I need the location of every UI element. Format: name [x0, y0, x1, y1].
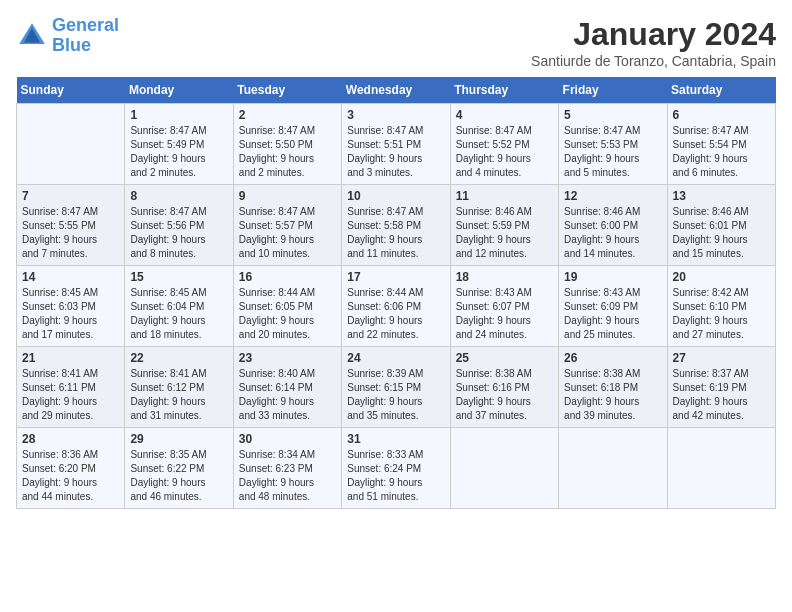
- day-cell: 26Sunrise: 8:38 AM Sunset: 6:18 PM Dayli…: [559, 347, 667, 428]
- day-cell: 21Sunrise: 8:41 AM Sunset: 6:11 PM Dayli…: [17, 347, 125, 428]
- day-info: Sunrise: 8:47 AM Sunset: 5:56 PM Dayligh…: [130, 205, 227, 261]
- day-cell: 12Sunrise: 8:46 AM Sunset: 6:00 PM Dayli…: [559, 185, 667, 266]
- weekday-header-thursday: Thursday: [450, 77, 558, 104]
- day-number: 14: [22, 270, 119, 284]
- day-info: Sunrise: 8:47 AM Sunset: 5:52 PM Dayligh…: [456, 124, 553, 180]
- day-number: 20: [673, 270, 770, 284]
- day-cell: 28Sunrise: 8:36 AM Sunset: 6:20 PM Dayli…: [17, 428, 125, 509]
- day-number: 30: [239, 432, 336, 446]
- day-info: Sunrise: 8:37 AM Sunset: 6:19 PM Dayligh…: [673, 367, 770, 423]
- day-number: 10: [347, 189, 444, 203]
- day-number: 3: [347, 108, 444, 122]
- day-cell: 22Sunrise: 8:41 AM Sunset: 6:12 PM Dayli…: [125, 347, 233, 428]
- day-cell: 8Sunrise: 8:47 AM Sunset: 5:56 PM Daylig…: [125, 185, 233, 266]
- day-info: Sunrise: 8:47 AM Sunset: 5:50 PM Dayligh…: [239, 124, 336, 180]
- day-number: 28: [22, 432, 119, 446]
- weekday-header-row: SundayMondayTuesdayWednesdayThursdayFrid…: [17, 77, 776, 104]
- day-info: Sunrise: 8:44 AM Sunset: 6:05 PM Dayligh…: [239, 286, 336, 342]
- day-number: 18: [456, 270, 553, 284]
- day-info: Sunrise: 8:46 AM Sunset: 5:59 PM Dayligh…: [456, 205, 553, 261]
- logo-icon: [16, 20, 48, 52]
- day-info: Sunrise: 8:43 AM Sunset: 6:09 PM Dayligh…: [564, 286, 661, 342]
- day-cell: 14Sunrise: 8:45 AM Sunset: 6:03 PM Dayli…: [17, 266, 125, 347]
- day-cell: 29Sunrise: 8:35 AM Sunset: 6:22 PM Dayli…: [125, 428, 233, 509]
- day-cell: 27Sunrise: 8:37 AM Sunset: 6:19 PM Dayli…: [667, 347, 775, 428]
- day-cell: 17Sunrise: 8:44 AM Sunset: 6:06 PM Dayli…: [342, 266, 450, 347]
- day-number: 22: [130, 351, 227, 365]
- day-number: 12: [564, 189, 661, 203]
- day-number: 31: [347, 432, 444, 446]
- day-cell: 15Sunrise: 8:45 AM Sunset: 6:04 PM Dayli…: [125, 266, 233, 347]
- day-number: 25: [456, 351, 553, 365]
- day-info: Sunrise: 8:46 AM Sunset: 6:00 PM Dayligh…: [564, 205, 661, 261]
- day-cell: 4Sunrise: 8:47 AM Sunset: 5:52 PM Daylig…: [450, 104, 558, 185]
- day-cell: 3Sunrise: 8:47 AM Sunset: 5:51 PM Daylig…: [342, 104, 450, 185]
- weekday-header-tuesday: Tuesday: [233, 77, 341, 104]
- day-cell: [559, 428, 667, 509]
- day-number: 4: [456, 108, 553, 122]
- logo-line1: General: [52, 15, 119, 35]
- day-info: Sunrise: 8:47 AM Sunset: 5:49 PM Dayligh…: [130, 124, 227, 180]
- day-number: 26: [564, 351, 661, 365]
- day-cell: [450, 428, 558, 509]
- location: Santiurde de Toranzo, Cantabria, Spain: [531, 53, 776, 69]
- day-number: 13: [673, 189, 770, 203]
- day-number: 19: [564, 270, 661, 284]
- day-info: Sunrise: 8:36 AM Sunset: 6:20 PM Dayligh…: [22, 448, 119, 504]
- day-info: Sunrise: 8:38 AM Sunset: 6:18 PM Dayligh…: [564, 367, 661, 423]
- week-row-2: 7Sunrise: 8:47 AM Sunset: 5:55 PM Daylig…: [17, 185, 776, 266]
- weekday-header-wednesday: Wednesday: [342, 77, 450, 104]
- day-cell: 2Sunrise: 8:47 AM Sunset: 5:50 PM Daylig…: [233, 104, 341, 185]
- weekday-header-saturday: Saturday: [667, 77, 775, 104]
- day-cell: 19Sunrise: 8:43 AM Sunset: 6:09 PM Dayli…: [559, 266, 667, 347]
- logo: General Blue: [16, 16, 119, 56]
- day-number: 15: [130, 270, 227, 284]
- title-block: January 2024 Santiurde de Toranzo, Canta…: [531, 16, 776, 69]
- month-title: January 2024: [531, 16, 776, 53]
- day-number: 17: [347, 270, 444, 284]
- day-number: 6: [673, 108, 770, 122]
- weekday-header-monday: Monday: [125, 77, 233, 104]
- day-info: Sunrise: 8:41 AM Sunset: 6:11 PM Dayligh…: [22, 367, 119, 423]
- day-info: Sunrise: 8:43 AM Sunset: 6:07 PM Dayligh…: [456, 286, 553, 342]
- week-row-3: 14Sunrise: 8:45 AM Sunset: 6:03 PM Dayli…: [17, 266, 776, 347]
- day-number: 5: [564, 108, 661, 122]
- week-row-1: 1Sunrise: 8:47 AM Sunset: 5:49 PM Daylig…: [17, 104, 776, 185]
- day-cell: 23Sunrise: 8:40 AM Sunset: 6:14 PM Dayli…: [233, 347, 341, 428]
- day-number: 2: [239, 108, 336, 122]
- day-number: 23: [239, 351, 336, 365]
- day-info: Sunrise: 8:39 AM Sunset: 6:15 PM Dayligh…: [347, 367, 444, 423]
- day-info: Sunrise: 8:41 AM Sunset: 6:12 PM Dayligh…: [130, 367, 227, 423]
- day-number: 27: [673, 351, 770, 365]
- day-cell: 10Sunrise: 8:47 AM Sunset: 5:58 PM Dayli…: [342, 185, 450, 266]
- day-info: Sunrise: 8:35 AM Sunset: 6:22 PM Dayligh…: [130, 448, 227, 504]
- day-info: Sunrise: 8:47 AM Sunset: 5:57 PM Dayligh…: [239, 205, 336, 261]
- day-info: Sunrise: 8:47 AM Sunset: 5:55 PM Dayligh…: [22, 205, 119, 261]
- day-info: Sunrise: 8:44 AM Sunset: 6:06 PM Dayligh…: [347, 286, 444, 342]
- day-info: Sunrise: 8:42 AM Sunset: 6:10 PM Dayligh…: [673, 286, 770, 342]
- day-cell: [17, 104, 125, 185]
- day-cell: 13Sunrise: 8:46 AM Sunset: 6:01 PM Dayli…: [667, 185, 775, 266]
- day-cell: 30Sunrise: 8:34 AM Sunset: 6:23 PM Dayli…: [233, 428, 341, 509]
- day-number: 29: [130, 432, 227, 446]
- day-cell: 24Sunrise: 8:39 AM Sunset: 6:15 PM Dayli…: [342, 347, 450, 428]
- day-cell: 7Sunrise: 8:47 AM Sunset: 5:55 PM Daylig…: [17, 185, 125, 266]
- day-cell: 18Sunrise: 8:43 AM Sunset: 6:07 PM Dayli…: [450, 266, 558, 347]
- week-row-4: 21Sunrise: 8:41 AM Sunset: 6:11 PM Dayli…: [17, 347, 776, 428]
- day-number: 8: [130, 189, 227, 203]
- day-cell: 20Sunrise: 8:42 AM Sunset: 6:10 PM Dayli…: [667, 266, 775, 347]
- day-number: 7: [22, 189, 119, 203]
- logo-line2: Blue: [52, 35, 91, 55]
- day-number: 1: [130, 108, 227, 122]
- day-cell: [667, 428, 775, 509]
- day-info: Sunrise: 8:45 AM Sunset: 6:03 PM Dayligh…: [22, 286, 119, 342]
- day-number: 24: [347, 351, 444, 365]
- day-cell: 1Sunrise: 8:47 AM Sunset: 5:49 PM Daylig…: [125, 104, 233, 185]
- day-info: Sunrise: 8:38 AM Sunset: 6:16 PM Dayligh…: [456, 367, 553, 423]
- day-info: Sunrise: 8:33 AM Sunset: 6:24 PM Dayligh…: [347, 448, 444, 504]
- page-header: General Blue January 2024 Santiurde de T…: [16, 16, 776, 69]
- day-cell: 31Sunrise: 8:33 AM Sunset: 6:24 PM Dayli…: [342, 428, 450, 509]
- logo-text: General Blue: [52, 16, 119, 56]
- day-info: Sunrise: 8:47 AM Sunset: 5:58 PM Dayligh…: [347, 205, 444, 261]
- day-cell: 11Sunrise: 8:46 AM Sunset: 5:59 PM Dayli…: [450, 185, 558, 266]
